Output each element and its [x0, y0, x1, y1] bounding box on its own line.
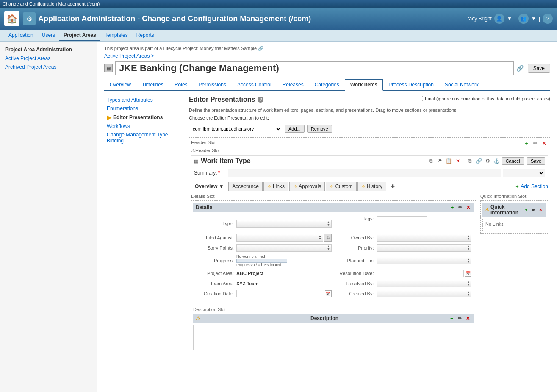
tab-overview[interactable]: Overview: [104, 79, 136, 90]
wi-sidebar-editor-presentations[interactable]: ▶ Editor Presentations: [104, 113, 185, 122]
anchor-icon[interactable]: ⚓: [493, 157, 501, 165]
details-edit-icon[interactable]: ✏: [457, 204, 463, 211]
header-slot-actions: ＋ ✏ ✕: [523, 139, 548, 147]
section-tab-links[interactable]: ⚠Links: [263, 182, 288, 191]
copy-icon[interactable]: ⧉: [427, 157, 435, 165]
tab-timelines[interactable]: Timelines: [136, 79, 169, 90]
details-slot-label: Details Slot: [191, 194, 476, 199]
editor-presentation-select[interactable]: com.ibm.team.apt.editor.story: [189, 125, 282, 133]
resolution-date-calendar-icon[interactable]: 📅: [465, 270, 471, 277]
wi-save-button[interactable]: Save: [527, 157, 545, 165]
summary-select[interactable]: [503, 169, 545, 177]
breadcrumb[interactable]: Active Project Areas >: [104, 53, 550, 59]
choose-label: Choose the Editor Presentation to edit:: [189, 115, 269, 120]
remove-button[interactable]: Remove: [307, 125, 332, 133]
qi-add-icon[interactable]: ＋: [523, 207, 529, 213]
tab-work-items[interactable]: Work Items: [345, 79, 383, 91]
add-tab-icon[interactable]: ✚: [389, 183, 396, 190]
description-section-name: Description: [310, 315, 338, 321]
user-icon[interactable]: 👤: [494, 14, 504, 24]
copy2-icon[interactable]: ⧉: [466, 157, 474, 165]
type-select[interactable]: ▲▼: [236, 220, 332, 228]
link-chain-icon[interactable]: 🔗: [516, 65, 524, 72]
custom-warn-icon: ⚠: [330, 184, 334, 189]
created-by-select[interactable]: ▲▼: [377, 290, 472, 297]
main-layout: Project Area Administration Active Proje…: [0, 42, 557, 392]
tab-permissions[interactable]: Permissions: [193, 79, 232, 90]
help-icon[interactable]: ?: [543, 14, 553, 24]
creation-date-input[interactable]: [236, 290, 324, 297]
filed-against-select[interactable]: ▲▼: [236, 234, 323, 242]
wi-sidebar-workflows[interactable]: Workflows: [104, 122, 185, 131]
tab-categories[interactable]: Categories: [309, 79, 345, 90]
filed-against-btn[interactable]: ⊕: [324, 234, 332, 242]
story-points-select[interactable]: ▲▼: [236, 244, 332, 252]
tags-input[interactable]: [377, 216, 427, 231]
qi-edit-icon[interactable]: ✏: [530, 207, 536, 213]
content-area: This project area is part of a Lifecycle…: [97, 42, 557, 392]
section-tab-history[interactable]: ⚠History: [357, 182, 386, 191]
details-icons: ＋ ✏ ✕: [449, 204, 471, 211]
form-fields-grid: Type: ▲▼ Tags:: [193, 214, 474, 299]
owned-by-select[interactable]: ▲▼: [377, 234, 472, 242]
tab-access-control[interactable]: Access Control: [232, 79, 277, 90]
final-checkbox[interactable]: [418, 96, 423, 101]
edit-header-icon[interactable]: ✏: [532, 139, 539, 147]
section-tab-approvals[interactable]: ⚠Approvals: [289, 182, 325, 191]
choose-row: Choose the Editor Presentation to edit:: [189, 115, 550, 120]
nav-templates[interactable]: Templates: [100, 31, 132, 41]
approvals-warn-icon: ⚠: [293, 184, 297, 189]
section-tab-custom[interactable]: ⚠Custom: [326, 182, 356, 191]
wi-sidebar-enumerations[interactable]: Enumerations: [104, 104, 185, 113]
desc-add-icon[interactable]: ＋: [449, 315, 455, 322]
section-tab-overview[interactable]: Overview ▼: [191, 182, 227, 191]
description-icons: ＋ ✏ ✕: [449, 315, 471, 322]
priority-select[interactable]: ▲▼: [377, 244, 472, 252]
add-section-button[interactable]: ＋ Add Section: [515, 183, 548, 190]
details-delete-icon[interactable]: ✕: [465, 204, 471, 211]
planned-for-select[interactable]: ▲▼: [377, 257, 472, 264]
nav-application[interactable]: Application: [4, 31, 38, 41]
resolved-by-select[interactable]: ▲▼: [377, 280, 472, 287]
user-chevron[interactable]: ▼: [507, 16, 512, 22]
nav-reports[interactable]: Reports: [132, 31, 158, 41]
wi-sidebar-types[interactable]: Types and Attributes: [104, 96, 185, 104]
wi-sidebar-cm-type-binding[interactable]: Change Management Type Binding: [104, 131, 185, 145]
resolution-date-input[interactable]: [377, 270, 464, 277]
nav-project-areas[interactable]: Project Areas: [59, 31, 100, 41]
add-header-icon[interactable]: ＋: [523, 139, 530, 147]
group-chevron[interactable]: ▼: [531, 16, 536, 22]
tab-social-network[interactable]: Social Network: [439, 79, 484, 90]
sidebar-item-active-project-areas[interactable]: Active Project Areas: [0, 54, 97, 63]
nav-users[interactable]: Users: [38, 31, 59, 41]
save-button[interactable]: Save: [528, 64, 550, 73]
delete-wi-icon[interactable]: ✕: [454, 157, 462, 165]
sidebar: Project Area Administration Active Proje…: [0, 42, 97, 392]
desc-edit-icon[interactable]: ✏: [457, 315, 463, 322]
sidebar-item-archived-project-areas[interactable]: Archived Project Areas: [0, 63, 97, 71]
paste-icon[interactable]: 📋: [445, 157, 453, 165]
view-icon[interactable]: 👁: [436, 157, 444, 165]
tab-process-description[interactable]: Process Description: [383, 79, 439, 90]
lifecycle-link-icon[interactable]: 🔗: [258, 46, 264, 51]
details-add-icon[interactable]: ＋: [449, 204, 455, 211]
tab-releases[interactable]: Releases: [277, 79, 309, 90]
overview-dropdown[interactable]: ▼: [219, 183, 224, 189]
config-icon[interactable]: ⚙: [484, 157, 492, 165]
summary-input[interactable]: [228, 169, 501, 177]
cancel-button[interactable]: Cancel: [502, 157, 524, 165]
wi-main: Editor Presentations ? Final (ignore cus…: [189, 96, 550, 359]
desc-delete-icon[interactable]: ✕: [465, 315, 471, 322]
link-icon2[interactable]: 🔗: [475, 157, 483, 165]
qi-delete-icon[interactable]: ✕: [538, 207, 543, 213]
group-icon[interactable]: 👥: [518, 14, 529, 24]
creation-date-calendar-icon[interactable]: 📅: [325, 290, 332, 297]
add-button[interactable]: Add...: [285, 125, 305, 133]
add-section-label: Add Section: [521, 183, 548, 189]
wi-type-icon: ▦: [194, 158, 198, 164]
project-title-input[interactable]: [115, 61, 514, 75]
help-icon[interactable]: ?: [258, 97, 263, 103]
section-tab-acceptance[interactable]: Acceptance: [228, 182, 263, 191]
tab-roles[interactable]: Roles: [169, 79, 193, 90]
delete-header-icon[interactable]: ✕: [540, 139, 548, 147]
